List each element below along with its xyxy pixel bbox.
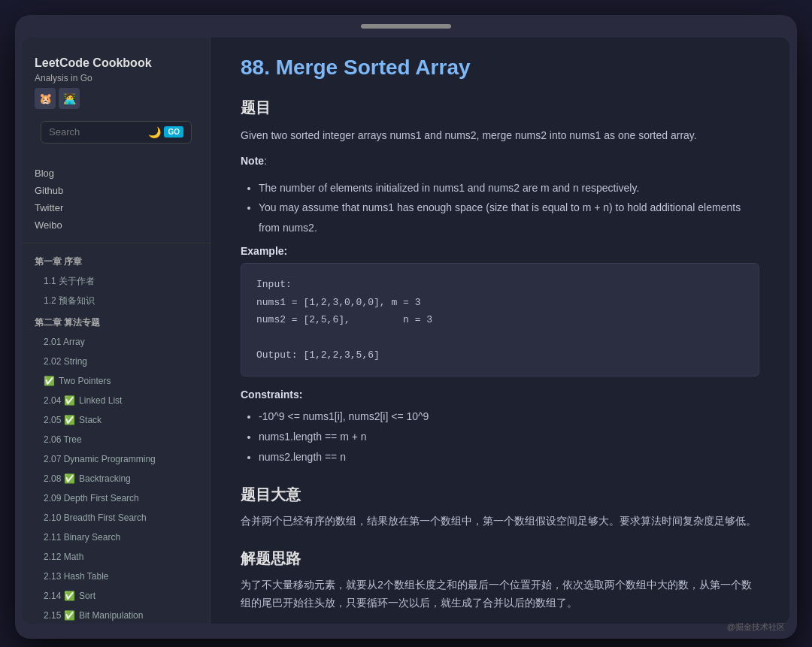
section-question: 题目 bbox=[241, 98, 759, 118]
page-title: 88. Merge Sorted Array bbox=[241, 56, 759, 80]
moon-icon: 🌙 bbox=[148, 126, 161, 138]
section-approach: 解题思路 bbox=[241, 549, 759, 569]
search-wrapper: 🌙 GO bbox=[23, 121, 210, 165]
sidebar-item-linkedlist[interactable]: 2.04 ✅ Linked List bbox=[23, 391, 210, 410]
sidebar-item-stack[interactable]: 2.05 ✅ Stack bbox=[23, 410, 210, 430]
sidebar-item-backtracking[interactable]: 2.08 ✅ Backtracking bbox=[23, 469, 210, 488]
approach-text: 为了不大量移动元素，就要从2个数组长度之和的最后一个位置开始，依次选取两个数组中… bbox=[241, 576, 759, 612]
sidebar-item-twopointers[interactable]: ✅ Two Pointers bbox=[23, 371, 210, 391]
note-bullet-1: The number of elements initialized in nu… bbox=[259, 178, 759, 198]
sidebar-item-dfs[interactable]: 2.09 Depth First Search bbox=[23, 488, 210, 508]
main-content: 88. Merge Sorted Array 题目 Given two sort… bbox=[211, 38, 789, 624]
note-bullet-2: You may assume that nums1 has enough spa… bbox=[259, 198, 759, 237]
brand-subtitle: Analysis in Go bbox=[35, 73, 198, 83]
constraint-2: nums1.length == m + n bbox=[259, 427, 759, 447]
brand-title: LeetCode Cookbook bbox=[35, 56, 198, 71]
sidebar-item-binarysearch[interactable]: 2.11 Binary Search bbox=[23, 528, 210, 547]
sidebar-item-bfs[interactable]: 2.10 Breadth First Search bbox=[23, 508, 210, 528]
sidebar-item-hashtable[interactable]: 2.13 Hash Table bbox=[23, 567, 210, 586]
device-wrapper: LeetCode Cookbook Analysis in Go 🐹 🧑‍💻 🌙… bbox=[15, 15, 797, 639]
section-summary: 题目大意 bbox=[241, 485, 759, 505]
note-text: Note: bbox=[241, 153, 759, 171]
brand-icon-1: 🐹 bbox=[35, 88, 56, 109]
brand-icons: 🐹 🧑‍💻 bbox=[35, 88, 198, 109]
note-label: Note bbox=[241, 155, 264, 167]
constraint-1: -10^9 <= nums1[i], nums2[i] <= 10^9 bbox=[259, 407, 759, 427]
nav-weibo[interactable]: Weibo bbox=[35, 216, 198, 234]
sidebar-item-math[interactable]: 2.12 Math bbox=[23, 547, 210, 567]
sidebar-item-dp[interactable]: 2.07 Dynamic Programming bbox=[23, 449, 210, 469]
watermark: @掘金技术社区 bbox=[727, 621, 785, 633]
constraints-label: Constraints: bbox=[241, 389, 759, 401]
nav-blog[interactable]: Blog bbox=[35, 165, 198, 182]
brand: LeetCode Cookbook Analysis in Go 🐹 🧑‍💻 bbox=[23, 50, 210, 121]
app-container: LeetCode Cookbook Analysis in Go 🐹 🧑‍💻 🌙… bbox=[23, 38, 789, 624]
sidebar-item-sort[interactable]: 2.14 ✅ Sort bbox=[23, 586, 210, 606]
sidebar-item-prereq[interactable]: 1.2 预备知识 bbox=[23, 291, 210, 310]
chapter1-header: 第一章 序章 bbox=[23, 249, 210, 271]
search-icons: 🌙 GO bbox=[148, 126, 183, 138]
intro-text: Given two sorted integer arrays nums1 an… bbox=[241, 127, 759, 145]
summary-text: 合并两个已经有序的数组，结果放在第一个数组中，第一个数组假设空间足够大。要求算法… bbox=[241, 512, 759, 531]
brand-icon-2: 🧑‍💻 bbox=[59, 88, 80, 109]
note-bullets: The number of elements initialized in nu… bbox=[241, 178, 759, 238]
sidebar-item-string[interactable]: 2.02 String bbox=[23, 352, 210, 371]
constraint-3: nums2.length == n bbox=[259, 447, 759, 467]
constraints-list: -10^9 <= nums1[i], nums2[i] <= 10^9 nums… bbox=[241, 407, 759, 467]
sidebar: LeetCode Cookbook Analysis in Go 🐹 🧑‍💻 🌙… bbox=[23, 38, 211, 624]
sidebar-item-tree[interactable]: 2.06 Tree bbox=[23, 430, 210, 449]
nav-links: Blog Github Twitter Weibo bbox=[23, 165, 210, 243]
example-label: Example: bbox=[241, 245, 759, 257]
chapter2-header: 第二章 算法专题 bbox=[23, 310, 210, 332]
nav-github[interactable]: Github bbox=[35, 182, 198, 199]
search-box[interactable]: 🌙 GO bbox=[41, 121, 192, 144]
sidebar-item-about[interactable]: 1.1 关于作者 bbox=[23, 271, 210, 291]
example-code: Input: nums1 = [1,2,3,0,0,0], m = 3 nums… bbox=[241, 263, 759, 376]
sidebar-item-bitmanip[interactable]: 2.15 ✅ Bit Manipulation bbox=[23, 606, 210, 624]
sidebar-item-array[interactable]: 2.01 Array bbox=[23, 332, 210, 352]
go-badge: GO bbox=[164, 126, 183, 138]
search-input[interactable] bbox=[49, 126, 144, 138]
nav-twitter[interactable]: Twitter bbox=[35, 199, 198, 216]
